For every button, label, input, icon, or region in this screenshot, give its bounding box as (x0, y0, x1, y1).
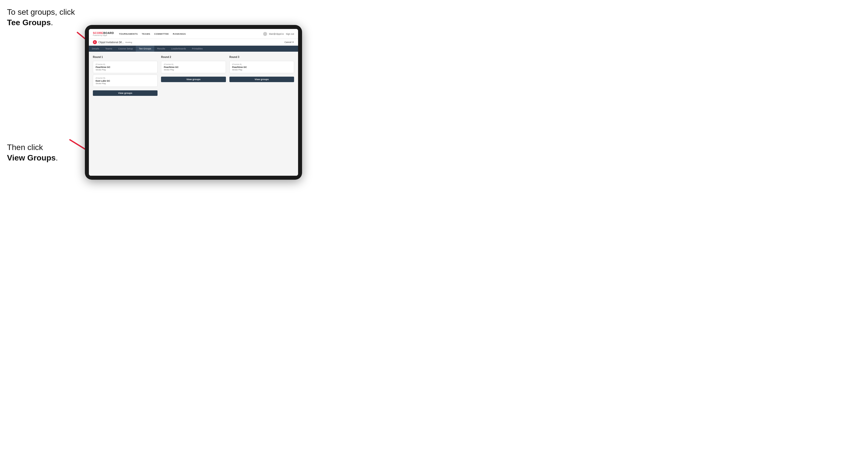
tournament-bar: C Clippd Invitational (M... Hosting Canc… (89, 39, 298, 46)
logo-sub: Powered by clippit (93, 34, 114, 36)
round-1-title: Round 1 (93, 56, 157, 58)
tab-tee-groups[interactable]: Tee Groups (136, 46, 154, 52)
nav-links: TOURNAMENTS TEAMS COMMITTEE RANKINGS (119, 32, 263, 36)
nav-committee[interactable]: COMMITTEE (154, 32, 169, 36)
tab-printables[interactable]: Printables (189, 46, 206, 52)
nav-rankings[interactable]: RANKINGS (173, 32, 186, 36)
round-1-course-a-label: (Course A) (96, 63, 155, 65)
round-1-course-b-name: East Lake GC (96, 80, 155, 82)
tablet-screen: SCOREBOARD Powered by clippit TOURNAMENT… (89, 29, 298, 176)
rounds-container: Round 1 (Course A) Peachtree GC Stroke P… (93, 56, 294, 96)
tab-results[interactable]: Results (154, 46, 168, 52)
round-3-course-a-format: Stroke Play (232, 69, 291, 71)
logo-area: SCOREBOARD Powered by clippit (93, 31, 114, 36)
instruction-top: To set groups, click Tee Groups. (7, 7, 75, 28)
tab-details[interactable]: Details (89, 46, 102, 52)
instruction-bottom: Then click View Groups. (7, 142, 58, 163)
round-1-view-groups-button[interactable]: View groups (93, 90, 157, 96)
round-3-course-a-label: (Course A) (232, 63, 291, 65)
c-logo-icon: C (93, 40, 97, 44)
round-2-column: Round 2 (Course A) Peachtree GC Stroke P… (161, 56, 226, 96)
round-2-view-groups-button[interactable]: View groups (161, 76, 226, 82)
round-1-course-a-format: Stroke Play (96, 69, 155, 71)
main-content: Round 1 (Course A) Peachtree GC Stroke P… (89, 52, 298, 176)
logo-text: SCOREBOARD (93, 31, 114, 34)
cancel-button[interactable]: Cancel ✕ (284, 41, 294, 43)
round-1-course-b-label: (Course B) (96, 77, 155, 79)
tee-groups-highlight: Tee Groups (7, 18, 51, 27)
tab-leaderboards[interactable]: Leaderboards (168, 46, 189, 52)
round-1-column: Round 1 (Course A) Peachtree GC Stroke P… (93, 56, 157, 96)
sign-out-link[interactable]: Sign out (286, 33, 294, 35)
user-email: blair@clippd.io (269, 33, 284, 35)
round-1-course-b-card: (Course B) East Lake GC Stroke Play (93, 74, 157, 87)
top-nav: SCOREBOARD Powered by clippit TOURNAMENT… (89, 29, 298, 39)
tab-bar: Details Teams Course Setup Tee Groups Re… (89, 46, 298, 52)
hosting-badge: Hosting (125, 41, 132, 43)
user-avatar (263, 32, 267, 36)
round-2-course-a-format: Stroke Play (164, 69, 223, 71)
tab-course-setup[interactable]: Course Setup (115, 46, 136, 52)
round-2-course-a-name: Peachtree GC (164, 66, 223, 68)
round-3-course-a-card: (Course A) Peachtree GC Stroke Play (229, 61, 294, 73)
round-3-column: Round 3 (Course A) Peachtree GC Stroke P… (229, 56, 294, 96)
round-3-view-groups-button[interactable]: View groups (229, 76, 294, 82)
round-1-course-a-card: (Course A) Peachtree GC Stroke Play (93, 61, 157, 73)
view-groups-highlight: View Groups (7, 153, 56, 162)
round-3-title: Round 3 (229, 56, 294, 58)
round-1-course-a-name: Peachtree GC (96, 66, 155, 68)
nav-right: blair@clippd.io Sign out (263, 32, 294, 36)
round-1-course-b-format: Stroke Play (96, 82, 155, 85)
nav-teams[interactable]: TEAMS (142, 32, 150, 36)
nav-tournaments[interactable]: TOURNAMENTS (119, 32, 137, 36)
tournament-title-area: C Clippd Invitational (M... Hosting (93, 40, 132, 44)
round-2-title: Round 2 (161, 56, 226, 58)
tab-teams[interactable]: Teams (102, 46, 115, 52)
round-2-course-a-card: (Course A) Peachtree GC Stroke Play (161, 61, 226, 73)
round-3-course-a-name: Peachtree GC (232, 66, 291, 68)
tablet-frame: SCOREBOARD Powered by clippit TOURNAMENT… (85, 25, 302, 180)
round-2-course-a-label: (Course A) (164, 63, 223, 65)
tournament-name: Clippd Invitational (M... (98, 41, 124, 44)
